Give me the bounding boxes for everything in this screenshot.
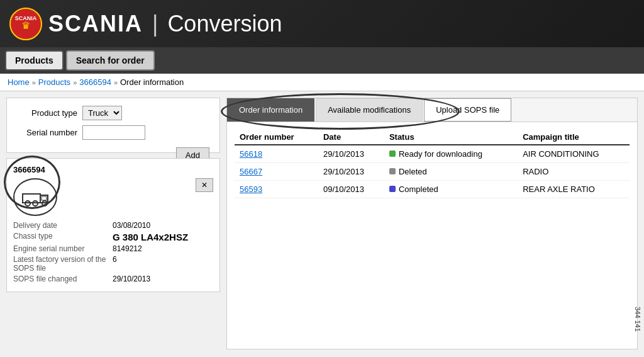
main-content: Product type Truck Serial number Add 366… — [0, 91, 644, 356]
sops-changed-label: SOPS file changed — [13, 275, 108, 283]
engine-serial-label: Engine serial number — [13, 244, 108, 253]
order-number-link[interactable]: 56593 — [240, 184, 262, 194]
status-dot — [389, 186, 396, 192]
order-number-cell: 56667 — [235, 163, 318, 181]
serial-number-row: Serial number — [14, 125, 212, 140]
app-title: Conversion — [167, 11, 282, 37]
breadcrumb-order-id[interactable]: 3666594 — [79, 77, 111, 87]
date-cell: 29/10/2013 — [318, 163, 384, 181]
product-type-label: Product type — [14, 108, 77, 118]
right-panel: Order information Available modification… — [226, 98, 638, 349]
product-type-select[interactable]: Truck — [82, 106, 122, 120]
col-status: Status — [384, 130, 518, 145]
brand-name: SCANIA — [48, 11, 143, 37]
truck-icon — [21, 186, 50, 208]
header: SCANIA ♛ SCANIA | Conversion — [0, 0, 644, 47]
tabs-wrapper: Order information Available modification… — [227, 98, 637, 122]
scania-logo: SCANIA ♛ — [9, 8, 42, 40]
sops-changed-row: SOPS file changed 29/10/2013 — [13, 275, 213, 283]
tab-order-information[interactable]: Order information — [227, 98, 314, 122]
serial-number-label: Serial number — [14, 128, 77, 137]
chassi-type-row: Chassi type G 380 LA4x2HSZ — [13, 232, 213, 242]
vehicle-card: 3666594 — [6, 158, 220, 292]
breadcrumb-sep-1: » — [32, 79, 36, 86]
breadcrumb-sep-3: » — [114, 79, 118, 86]
factory-version-label: Latest factory version of the SOPS file — [13, 255, 108, 273]
campaign-cell: AIR CONDITIONING — [518, 145, 630, 163]
factory-version-row: Latest factory version of the SOPS file … — [13, 255, 213, 273]
breadcrumb-sep-2: » — [73, 79, 77, 86]
table-row: 5661829/10/2013Ready for downloadingAIR … — [235, 145, 630, 163]
delete-vehicle-button[interactable]: ✕ — [196, 178, 213, 192]
order-number-cell: 56593 — [235, 181, 318, 198]
tabs: Order information Available modification… — [227, 98, 637, 122]
breadcrumb: Home » Products » 3666594 » Order inform… — [0, 74, 644, 91]
chassi-type-value: G 380 LA4x2HSZ — [113, 232, 188, 242]
brand-divider: | — [152, 11, 158, 37]
breadcrumb-current: Order information — [120, 77, 184, 87]
tab-available-modifications[interactable]: Available modifications — [316, 98, 423, 122]
vehicle-details: Delivery date 03/08/2010 Chassi type G 3… — [13, 221, 213, 283]
tab-upload-sops[interactable]: Upload SOPS file — [424, 98, 511, 122]
breadcrumb-home[interactable]: Home — [8, 77, 30, 87]
engine-serial-row: Engine serial number 8149212 — [13, 244, 213, 253]
vehicle-id: 3666594 — [13, 165, 213, 174]
factory-version-value: 6 — [113, 255, 117, 273]
order-number-link[interactable]: 56667 — [240, 167, 262, 176]
orders-table: Order number Date Status Campaign title … — [235, 130, 630, 198]
table-row: 5666729/10/2013DeletedRADIO — [235, 163, 630, 181]
order-number-cell: 56618 — [235, 145, 318, 163]
product-form: Product type Truck Serial number Add — [6, 98, 220, 153]
left-panel: Product type Truck Serial number Add 366… — [6, 98, 220, 349]
products-button[interactable]: Products — [5, 50, 64, 71]
campaign-cell: REAR AXLE RATIO — [518, 181, 630, 198]
breadcrumb-products[interactable]: Products — [38, 77, 70, 87]
page-number: 344 141 — [634, 307, 641, 332]
status-dot — [389, 168, 396, 174]
product-type-row: Product type Truck — [14, 106, 212, 120]
col-date: Date — [318, 130, 384, 145]
serial-number-input[interactable] — [82, 125, 145, 140]
vehicle-icon-area: ✕ — [13, 178, 213, 216]
delivery-date-row: Delivery date 03/08/2010 — [13, 221, 213, 230]
search-for-order-button[interactable]: Search for order — [66, 50, 155, 71]
svg-rect-5 — [42, 196, 47, 200]
navbar: Products Search for order — [0, 47, 644, 74]
delivery-date-value: 03/08/2010 — [113, 221, 150, 230]
col-order-number: Order number — [235, 130, 318, 145]
sops-changed-value: 29/10/2013 — [113, 275, 150, 283]
logo-area: SCANIA ♛ SCANIA | Conversion — [9, 8, 282, 40]
status-cell: Completed — [384, 181, 518, 198]
date-cell: 29/10/2013 — [318, 145, 384, 163]
engine-serial-value: 8149212 — [113, 244, 142, 253]
table-header-row: Order number Date Status Campaign title — [235, 130, 630, 145]
order-number-link[interactable]: 56618 — [240, 149, 262, 159]
date-cell: 09/10/2013 — [318, 181, 384, 198]
col-campaign: Campaign title — [518, 130, 630, 145]
order-table-area: Order number Date Status Campaign title … — [227, 122, 637, 206]
status-cell: Deleted — [384, 163, 518, 181]
chassi-type-label: Chassi type — [13, 232, 108, 242]
status-dot — [389, 150, 396, 157]
truck-icon-wrapper — [13, 178, 57, 216]
status-cell: Ready for downloading — [384, 145, 518, 163]
delivery-date-label: Delivery date — [13, 221, 108, 230]
table-row: 5659309/10/2013CompletedREAR AXLE RATIO — [235, 181, 630, 198]
campaign-cell: RADIO — [518, 163, 630, 181]
svg-text:♛: ♛ — [21, 20, 30, 31]
